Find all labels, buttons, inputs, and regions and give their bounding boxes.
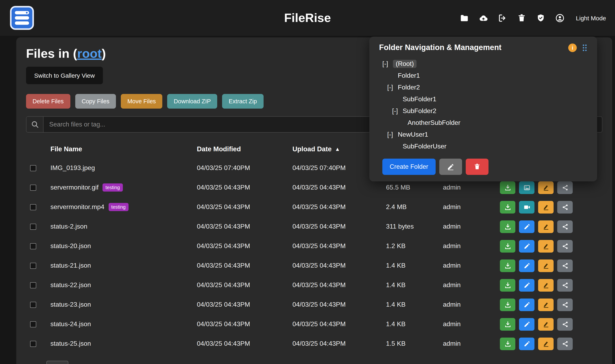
- uploader: admin: [443, 184, 500, 191]
- edit-button[interactable]: [519, 240, 535, 252]
- upload-date: 04/03/25 04:43PM: [292, 340, 386, 347]
- tree-item[interactable]: [-] NewUser1: [379, 129, 587, 140]
- tree-label[interactable]: SubFolder2: [403, 107, 436, 115]
- tree-item[interactable]: SubFolder1: [379, 93, 587, 105]
- tree-label[interactable]: Folder2: [398, 84, 420, 91]
- download-button[interactable]: [500, 318, 515, 330]
- rename-button[interactable]: [538, 337, 554, 350]
- tree-item[interactable]: SubFolderUser: [379, 140, 587, 152]
- create-folder-button[interactable]: Create Folder: [382, 159, 436, 175]
- tree-item[interactable]: Folder1: [379, 70, 587, 81]
- tree-label[interactable]: SubFolderUser: [403, 143, 446, 150]
- tree-toggle[interactable]: [-]: [392, 107, 403, 115]
- tree-label[interactable]: AnotherSubFolder: [407, 119, 460, 126]
- drag-handle-icon[interactable]: [582, 44, 587, 52]
- tree-item[interactable]: [-] SubFolder2: [379, 105, 587, 117]
- download-button[interactable]: [500, 181, 515, 194]
- edit-button[interactable]: [519, 337, 535, 350]
- rename-button[interactable]: [538, 240, 554, 252]
- download-button[interactable]: [500, 298, 515, 311]
- file-name: status-25.json: [51, 340, 91, 347]
- download-button[interactable]: [500, 201, 515, 213]
- tree-label[interactable]: NewUser1: [398, 131, 428, 138]
- move-files-button[interactable]: Move Files: [121, 94, 162, 109]
- row-actions: [500, 337, 602, 350]
- tree-label[interactable]: Folder1: [398, 72, 420, 79]
- row-checkbox[interactable]: [30, 282, 36, 288]
- file-row: servermonitor.mp4testing 04/03/25 04:43P…: [26, 197, 602, 217]
- extract-zip-button[interactable]: Extract Zip: [222, 94, 263, 109]
- info-icon[interactable]: i: [568, 43, 577, 52]
- preview-image-button[interactable]: [519, 181, 535, 194]
- row-checkbox[interactable]: [30, 262, 36, 269]
- edit-button[interactable]: [519, 318, 535, 330]
- cloud-upload-icon[interactable]: [479, 13, 488, 23]
- tree-label[interactable]: (Root): [393, 60, 417, 68]
- rename-button[interactable]: [538, 318, 554, 330]
- share-button[interactable]: [557, 318, 573, 330]
- delete-files-button[interactable]: Delete Files: [26, 94, 70, 109]
- share-button[interactable]: [557, 220, 573, 233]
- tree-item[interactable]: [-] Folder2: [379, 81, 587, 93]
- row-checkbox[interactable]: [30, 243, 36, 249]
- file-name: servermonitor.gif: [51, 184, 99, 191]
- tree-item[interactable]: [-] (Root): [379, 58, 587, 70]
- download-zip-button[interactable]: Download ZIP: [167, 94, 217, 109]
- download-button[interactable]: [500, 220, 515, 233]
- download-button[interactable]: [500, 240, 515, 252]
- share-button[interactable]: [557, 279, 573, 291]
- edit-button[interactable]: [519, 220, 535, 233]
- row-checkbox[interactable]: [30, 204, 36, 210]
- tree-item[interactable]: AnotherSubFolder: [379, 117, 587, 129]
- root-folder-link[interactable]: root: [77, 46, 102, 61]
- share-button[interactable]: [557, 181, 573, 194]
- rename-button[interactable]: [538, 181, 554, 194]
- tree-toggle[interactable]: [-]: [382, 60, 393, 67]
- edit-button[interactable]: [519, 259, 535, 272]
- download-button[interactable]: [500, 279, 515, 291]
- download-button[interactable]: [500, 259, 515, 272]
- row-checkbox[interactable]: [30, 321, 36, 327]
- date-modified: 04/03/25 04:43PM: [197, 301, 292, 308]
- file-name-cell: status-24.json: [51, 321, 197, 328]
- preview-video-button[interactable]: [519, 201, 535, 213]
- gallery-view-button[interactable]: Switch to Gallery View: [26, 67, 103, 84]
- app-logo-icon[interactable]: [10, 6, 34, 30]
- rename-button[interactable]: [538, 298, 554, 311]
- share-button[interactable]: [557, 201, 573, 213]
- trash-icon[interactable]: [517, 13, 527, 23]
- row-checkbox[interactable]: [30, 223, 36, 230]
- logout-icon[interactable]: [498, 13, 508, 23]
- shield-check-icon[interactable]: [536, 13, 546, 23]
- rename-folder-button[interactable]: [439, 159, 462, 175]
- row-checkbox[interactable]: [30, 165, 36, 171]
- rename-button[interactable]: [538, 220, 554, 233]
- page-size-select[interactable]: 10: [46, 361, 68, 364]
- row-checkbox[interactable]: [30, 341, 36, 347]
- rename-button[interactable]: [538, 279, 554, 291]
- share-button[interactable]: [557, 298, 573, 311]
- col-file-name[interactable]: File Name: [51, 145, 197, 153]
- folder-icon[interactable]: [460, 13, 469, 23]
- share-button[interactable]: [557, 259, 573, 272]
- share-button[interactable]: [557, 337, 573, 350]
- copy-files-button[interactable]: Copy Files: [75, 94, 116, 109]
- edit-button[interactable]: [519, 298, 535, 311]
- user-icon[interactable]: [555, 13, 565, 23]
- row-checkbox[interactable]: [30, 301, 36, 308]
- download-icon: [504, 223, 511, 230]
- row-checkbox[interactable]: [30, 184, 36, 191]
- file-tag: testing: [103, 184, 123, 192]
- edit-button[interactable]: [519, 279, 535, 291]
- rename-button[interactable]: [538, 201, 554, 213]
- tree-toggle[interactable]: [-]: [387, 84, 398, 91]
- tree-label[interactable]: SubFolder1: [403, 95, 436, 103]
- col-date-modified[interactable]: Date Modified: [197, 145, 292, 153]
- tree-toggle[interactable]: [-]: [387, 131, 398, 138]
- rename-button[interactable]: [538, 259, 554, 272]
- delete-folder-button[interactable]: [466, 159, 488, 175]
- share-button[interactable]: [557, 240, 573, 252]
- light-mode-toggle[interactable]: Light Mode: [576, 14, 606, 21]
- download-button[interactable]: [500, 337, 515, 350]
- file-name: servermonitor.mp4: [51, 203, 104, 211]
